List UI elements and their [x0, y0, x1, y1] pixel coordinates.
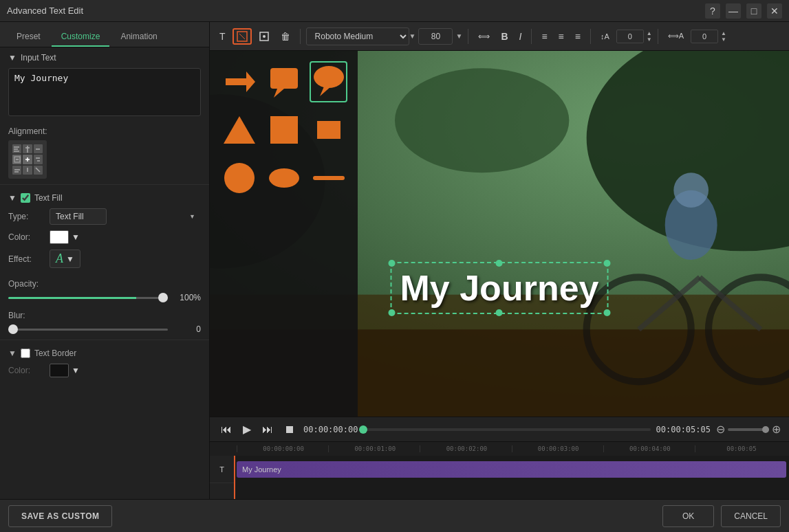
close-button[interactable]: ✕	[767, 3, 782, 19]
svg-point-35	[314, 66, 344, 88]
timeline-controls: ⏮ ▶ ⏭ ⏹ 00:00:00:00 00:00:05:05 ⊖ ⊕	[210, 417, 789, 442]
progress-dot[interactable]	[359, 425, 367, 434]
align-cell-bc[interactable]	[23, 166, 32, 175]
color-swatch[interactable]	[50, 230, 69, 244]
align-cell-tr[interactable]	[34, 144, 43, 153]
align-left-button[interactable]: ≡	[537, 28, 551, 45]
shape-line[interactable]	[310, 157, 347, 199]
step-forward-button[interactable]: ⏭	[259, 422, 276, 437]
shape-circle[interactable]	[220, 157, 258, 199]
svg-point-19	[263, 35, 266, 38]
tab-customize[interactable]: Customize	[52, 27, 110, 47]
align-cell-tc[interactable]	[23, 144, 32, 153]
blur-label: Blur:	[8, 311, 201, 320]
zoom-out-button[interactable]: ⊖	[716, 423, 725, 436]
input-text-label: Input Text	[21, 53, 56, 63]
char-spacing-stepper[interactable]: ▲▼	[721, 30, 726, 43]
play-button[interactable]: ▶	[240, 421, 254, 437]
font-select[interactable]: Roboto Medium Arial Times New Roman	[306, 27, 409, 45]
text-border-checkbox[interactable]	[21, 348, 30, 358]
bottom-left-buttons: SAVE AS CUSTOM	[8, 505, 112, 527]
shape-speech-round[interactable]	[310, 61, 347, 102]
svg-marker-34	[274, 89, 284, 98]
shape-arrow[interactable]	[220, 61, 258, 102]
track-label-column: T	[210, 456, 234, 499]
text-fill-header[interactable]: ▼ Text Fill	[8, 188, 201, 208]
align-cell-tl[interactable]	[12, 144, 21, 153]
letter-spacing-icon[interactable]: ⟺	[474, 29, 494, 44]
type-select[interactable]: Text Fill Gradient Fill Image Fill	[50, 208, 107, 225]
shape-tool-button[interactable]	[233, 28, 252, 45]
text-border-header[interactable]: ▼ Text Border	[8, 343, 201, 364]
input-text-field[interactable]: My Journey	[8, 68, 201, 116]
spacing-stepper[interactable]: ▲▼	[647, 30, 652, 43]
cancel-button[interactable]: CANCEL	[721, 505, 781, 527]
border-color-swatch[interactable]	[50, 364, 69, 377]
divider-5	[658, 29, 658, 44]
shape-square[interactable]	[265, 109, 303, 151]
input-text-arrow: ▼	[8, 53, 17, 63]
line-spacing-input[interactable]	[616, 30, 644, 43]
align-cell-mc[interactable]	[23, 155, 32, 164]
ruler-mark-1: 00:00:01:00	[328, 445, 420, 452]
align-cell-mr[interactable]	[34, 155, 43, 164]
effect-letter: A	[56, 252, 63, 266]
text-fill-label: Text Fill	[34, 193, 63, 203]
ok-button[interactable]: OK	[662, 505, 714, 527]
spacing-icon[interactable]: ↕A	[596, 30, 614, 43]
help-button[interactable]: ?	[705, 3, 720, 19]
text-fill-checkbox[interactable]	[21, 193, 30, 203]
blur-slider-row: 0	[8, 324, 201, 334]
blur-value: 0	[173, 324, 201, 334]
align-center-button[interactable]: ≡	[554, 28, 568, 45]
track-item-label: My Journey	[242, 465, 281, 474]
timeline-ruler: 00:00:00:00 00:00:01:00 00:00:02:00 00:0…	[210, 442, 789, 456]
text-fill-arrow: ▼	[8, 193, 17, 203]
svg-line-15	[36, 168, 40, 172]
transform-tool-button[interactable]	[255, 28, 274, 45]
delete-tool-button[interactable]: 🗑	[277, 28, 294, 45]
maximize-button[interactable]: □	[746, 3, 761, 19]
border-color-label: Color:	[8, 366, 50, 375]
minimize-button[interactable]: —	[726, 3, 741, 19]
bold-button[interactable]: B	[497, 28, 512, 45]
timeline-progress-bar[interactable]	[363, 428, 650, 431]
shape-triangle[interactable]	[220, 109, 258, 151]
bike-scene: My Journey	[210, 51, 789, 417]
border-color-row: Color: ▼	[8, 364, 201, 377]
effect-box[interactable]: A ▼	[50, 250, 80, 268]
shape-oval[interactable]	[265, 157, 303, 199]
shape-small-rect[interactable]	[310, 109, 347, 151]
italic-button[interactable]: I	[515, 28, 526, 45]
align-right-button[interactable]: ≡	[571, 28, 585, 45]
opacity-slider[interactable]	[8, 297, 168, 299]
zoom-handle[interactable]	[762, 426, 769, 433]
alignment-label: Alignment:	[8, 126, 201, 136]
align-cell-br[interactable]	[34, 166, 43, 175]
shape-speech-rect[interactable]	[265, 61, 303, 102]
blur-slider[interactable]	[8, 329, 168, 331]
align-cell-ml[interactable]	[12, 155, 21, 164]
border-color-dropdown[interactable]: ▼	[72, 366, 80, 375]
tab-preset[interactable]: Preset	[7, 27, 50, 47]
char-spacing-input[interactable]	[691, 30, 718, 43]
timeline-tracks: T My Journey	[210, 456, 789, 499]
opacity-label: Opacity:	[8, 279, 201, 289]
char-spacing-icon[interactable]: ⟺A	[664, 29, 688, 43]
skip-back-button[interactable]: ⏮	[218, 422, 235, 437]
save-as-custom-button[interactable]: SAVE AS CUSTOM	[8, 505, 112, 527]
align-cell-bl[interactable]	[12, 166, 21, 175]
zoom-slider[interactable]	[728, 428, 769, 431]
divider-3	[531, 29, 532, 44]
zoom-in-button[interactable]: ⊕	[772, 423, 781, 436]
tab-animation[interactable]: Animation	[111, 27, 166, 47]
divider-1	[300, 29, 301, 44]
text-tool-button[interactable]: T	[215, 28, 230, 45]
track-item-journey[interactable]: My Journey	[237, 461, 786, 478]
stop-button[interactable]: ⏹	[281, 422, 298, 437]
color-dropdown-arrow[interactable]: ▼	[72, 232, 80, 242]
font-size-input[interactable]	[418, 28, 453, 45]
ruler-mark-5: 00:00:05	[695, 445, 786, 452]
effect-dropdown[interactable]: ▼	[66, 254, 74, 264]
input-text-header[interactable]: ▼ Input Text	[8, 53, 201, 63]
